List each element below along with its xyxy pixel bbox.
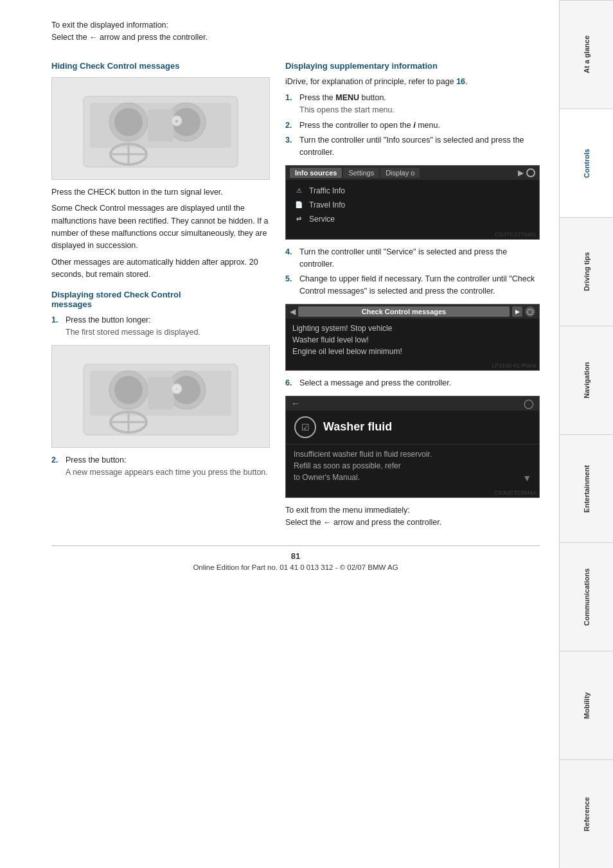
sidebar-tab-entertainment[interactable]: Entertainment <box>560 434 613 543</box>
car-image-1: ✦ <box>51 77 270 180</box>
page-number: 81 <box>51 551 540 561</box>
cc-body: Lighting system! Stop vehicle Washer flu… <box>286 319 539 361</box>
service-icon: ⇄ <box>294 214 304 224</box>
svg-point-3 <box>114 108 143 136</box>
tab-settings: Settings <box>343 168 379 178</box>
washer-icon: ☑ <box>294 416 317 439</box>
sidebar-tab-mobility[interactable]: Mobility <box>560 651 613 759</box>
exit-text: To exit the displayed information: <box>51 21 168 30</box>
cc-controls: ▶ ◯ <box>512 306 535 317</box>
svg-point-24 <box>173 385 180 392</box>
detail-text: Insufficient washer fluid in fluid reser… <box>286 444 539 488</box>
travel-icon: 📄 <box>294 200 304 210</box>
sidebar-tabs: At a glance Controls Driving tips Naviga… <box>559 0 613 868</box>
hiding-heading: Hiding Check Control messages <box>51 61 270 71</box>
traffic-icon: ⚠ <box>294 186 304 196</box>
cc-screen-header: ◀ Check Control messages ▶ ◯ <box>286 305 539 319</box>
menu-item-traffic: ⚠ Traffic Info <box>292 184 533 198</box>
left-steps: 1. Press the button longer: The first st… <box>51 314 270 339</box>
cc-power-btn: ◯ <box>525 306 535 317</box>
page-footer: 81 Online Edition for Part no. 01 41 0 0… <box>51 545 540 571</box>
tab-display: Display o <box>380 168 420 178</box>
svg-rect-18 <box>148 377 173 409</box>
car-image-2: ✦ <box>51 345 270 448</box>
sidebar-tab-communications[interactable]: Communications <box>560 542 613 651</box>
left-column: Hiding Check Control messages <box>51 52 270 533</box>
detail-power-icon: ◯ <box>524 398 534 409</box>
left-step2-list: 2. Press the button: A new message appea… <box>51 454 270 479</box>
right-step-6-list: 6. Select a message and press the contro… <box>285 377 540 389</box>
svg-rect-6 <box>148 109 173 141</box>
idrive-text: iDrive, for explanation of principle, re… <box>285 76 540 88</box>
right-step-6: 6. Select a message and press the contro… <box>285 377 540 389</box>
washer-title: Washer fluid <box>323 420 392 434</box>
menu-item-travel: 📄 Travel Info <box>292 198 533 212</box>
supp-heading: Displaying supplementary information <box>285 61 540 71</box>
sidebar-tab-controls[interactable]: Controls <box>560 109 613 217</box>
info-sources-screen: Info sources Settings Display o ▶ ⚠ Traf… <box>285 165 540 240</box>
menu-item-service: ⇄ Service <box>292 212 533 226</box>
detail-screen: ← ◯ ☑ Washer fluid Insufficient washer f… <box>285 396 540 498</box>
two-col-layout: Hiding Check Control messages <box>51 52 540 533</box>
sidebar-tab-reference[interactable]: Reference <box>560 759 613 868</box>
right-column: Displaying supplementary information iDr… <box>285 52 540 533</box>
main-content: To exit the displayed information: Selec… <box>0 0 559 868</box>
exit2-text: To exit from the menu immediately: Selec… <box>285 504 540 529</box>
svg-text:✦: ✦ <box>174 118 179 125</box>
para1: Some Check Control messages are displaye… <box>51 202 270 252</box>
footer-text: Online Edition for Part no. 01 41 0 013 … <box>51 563 540 571</box>
press-check-text: Press the CHECK button in the turn signa… <box>51 186 270 199</box>
cc-left-arrow: ◀ <box>290 307 296 316</box>
detail-back-icon: ← <box>291 398 300 409</box>
right-steps-4-5: 4. Turn the controller until "Service" i… <box>285 246 540 297</box>
check-control-screen: ◀ Check Control messages ▶ ◯ Lighting sy… <box>285 304 540 371</box>
right-step-5: 5. Change to upper field if necessary. T… <box>285 273 540 297</box>
para2: Other messages are automatically hidden … <box>51 256 270 281</box>
right-step-2: 2. Press the controller to open the i me… <box>285 120 540 132</box>
sidebar-tab-navigation[interactable]: Navigation <box>560 326 613 434</box>
cc-msg-2: Washer fluid level low! <box>292 334 533 346</box>
left-step-1: 1. Press the button longer: The first st… <box>51 314 270 339</box>
right-step-4: 4. Turn the controller until "Service" i… <box>285 246 540 270</box>
stored-heading: Displaying stored Check Control messages <box>51 290 270 309</box>
sidebar-tab-at-a-glance[interactable]: At a glance <box>560 0 613 109</box>
screen-header: Info sources Settings Display o ▶ <box>286 166 539 180</box>
cc-title: Check Control messages <box>298 306 510 317</box>
left-step-2: 2. Press the button: A new message appea… <box>51 454 270 479</box>
tab-info-sources: Info sources <box>290 168 342 178</box>
cc-msg-3: Engine oil level below minimum! <box>292 346 533 357</box>
intro-section: To exit the displayed information: Selec… <box>51 19 540 44</box>
right-steps: 1. Press the MENU button. This opens the… <box>285 92 540 159</box>
svg-text:☑: ☑ <box>301 422 310 432</box>
right-step-1: 1. Press the MENU button. This opens the… <box>285 92 540 116</box>
cc-play-btn: ▶ <box>512 306 522 317</box>
detail-body: ☑ Washer fluid <box>286 411 539 444</box>
svg-point-15 <box>114 376 143 404</box>
right-step-3: 3. Turn the controller until "Info sourc… <box>285 134 540 159</box>
cc-msg-1: Lighting system! Stop vehicle <box>292 323 533 334</box>
sidebar-tab-driving-tips[interactable]: Driving tips <box>560 217 613 326</box>
screen-body: ⚠ Traffic Info 📄 Travel Info ⇄ Service <box>286 180 539 230</box>
detail-header: ← ◯ <box>286 396 539 411</box>
exit-instruction: Select the ← arrow and press the control… <box>51 33 208 42</box>
